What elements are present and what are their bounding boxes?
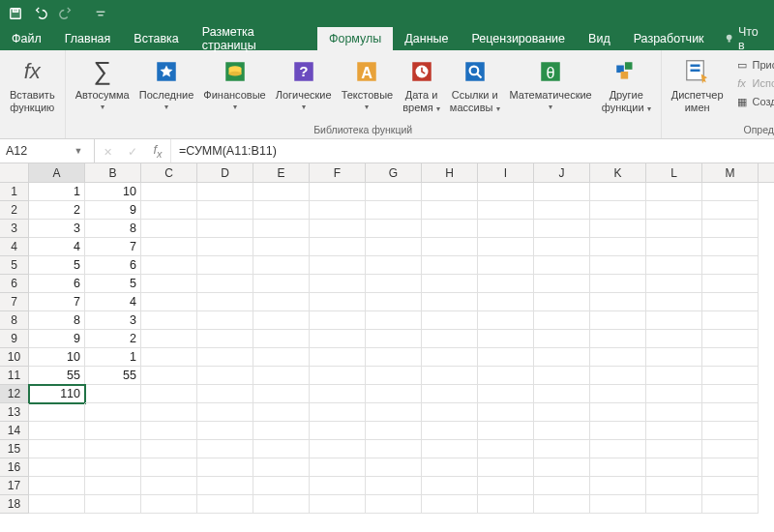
- column-header-E[interactable]: E: [253, 163, 310, 182]
- cell[interactable]: [366, 477, 422, 495]
- cell[interactable]: 2: [29, 201, 85, 220]
- text-functions-button[interactable]: A Текстовые▾: [338, 54, 398, 116]
- cell[interactable]: [422, 256, 478, 275]
- math-button[interactable]: θ Математические▾: [506, 54, 596, 116]
- cell[interactable]: [590, 330, 646, 348]
- cell[interactable]: [702, 422, 759, 440]
- cell[interactable]: [366, 367, 422, 385]
- cell[interactable]: 7: [29, 293, 85, 311]
- cell[interactable]: 5: [85, 275, 141, 293]
- cell[interactable]: 7: [85, 238, 141, 256]
- cell[interactable]: [197, 440, 253, 458]
- cell[interactable]: [702, 256, 759, 275]
- cell[interactable]: [366, 293, 422, 311]
- cell[interactable]: [478, 458, 534, 477]
- cell[interactable]: [534, 293, 590, 311]
- cell[interactable]: [590, 293, 646, 311]
- row-header[interactable]: 2: [0, 201, 29, 220]
- cell[interactable]: [590, 275, 646, 293]
- cell[interactable]: [422, 220, 478, 238]
- cell[interactable]: [478, 293, 534, 311]
- cell[interactable]: [702, 183, 759, 201]
- cell[interactable]: [702, 440, 759, 458]
- cell[interactable]: [534, 477, 590, 495]
- cell[interactable]: [310, 367, 366, 385]
- cell[interactable]: [366, 403, 422, 422]
- name-box[interactable]: ▼: [0, 139, 95, 163]
- column-header-F[interactable]: F: [310, 163, 366, 182]
- cell[interactable]: [366, 183, 422, 201]
- create-from-selection-button[interactable]: ▦Создать и: [733, 93, 774, 110]
- logical-button[interactable]: ? Логические▾: [272, 54, 336, 116]
- cell[interactable]: [85, 458, 141, 477]
- cell[interactable]: [534, 256, 590, 275]
- cell[interactable]: [310, 495, 366, 514]
- cell[interactable]: [422, 477, 478, 495]
- cell[interactable]: [85, 440, 141, 458]
- tab-developer[interactable]: Разработчик: [622, 27, 716, 50]
- cell[interactable]: [534, 330, 590, 348]
- cell[interactable]: [197, 183, 253, 201]
- cell[interactable]: [702, 477, 759, 495]
- cell[interactable]: [422, 293, 478, 311]
- cell[interactable]: [646, 458, 702, 477]
- cell[interactable]: [141, 256, 197, 275]
- cell[interactable]: [702, 403, 759, 422]
- column-header-J[interactable]: J: [534, 163, 590, 182]
- cell[interactable]: [141, 183, 197, 201]
- cell[interactable]: [646, 385, 702, 403]
- column-header-K[interactable]: K: [590, 163, 646, 182]
- cell[interactable]: [534, 385, 590, 403]
- column-header-G[interactable]: G: [366, 163, 422, 182]
- cell[interactable]: [422, 367, 478, 385]
- row-header[interactable]: 12: [0, 385, 29, 403]
- cell[interactable]: 2: [85, 330, 141, 348]
- cell[interactable]: [646, 275, 702, 293]
- cell[interactable]: 8: [29, 311, 85, 330]
- cell[interactable]: [702, 385, 759, 403]
- cell[interactable]: [141, 495, 197, 514]
- cell[interactable]: [197, 201, 253, 220]
- cell[interactable]: [590, 311, 646, 330]
- cell[interactable]: [141, 440, 197, 458]
- cell[interactable]: [646, 403, 702, 422]
- cell[interactable]: [366, 495, 422, 514]
- cell[interactable]: [534, 458, 590, 477]
- insert-function-button[interactable]: fx Вставитьфункцию: [6, 54, 59, 116]
- cell[interactable]: [590, 220, 646, 238]
- cell[interactable]: [534, 311, 590, 330]
- cell[interactable]: [590, 403, 646, 422]
- cell[interactable]: [29, 495, 85, 514]
- cell[interactable]: [646, 367, 702, 385]
- cell[interactable]: [478, 403, 534, 422]
- autosum-button[interactable]: ∑ Автосумма▾: [72, 54, 134, 116]
- cell[interactable]: [534, 403, 590, 422]
- cell[interactable]: [197, 330, 253, 348]
- cell[interactable]: [478, 348, 534, 367]
- cell[interactable]: [478, 201, 534, 220]
- cell[interactable]: [366, 458, 422, 477]
- cell[interactable]: [702, 238, 759, 256]
- cell[interactable]: 6: [85, 256, 141, 275]
- cell[interactable]: [141, 477, 197, 495]
- cell[interactable]: [310, 256, 366, 275]
- cell[interactable]: [646, 422, 702, 440]
- cell[interactable]: [478, 477, 534, 495]
- define-name-button[interactable]: ▭Присвоит: [733, 56, 774, 74]
- cell[interactable]: [141, 422, 197, 440]
- name-manager-button[interactable]: Диспетчеримен: [668, 54, 728, 116]
- cell[interactable]: [85, 495, 141, 514]
- cell[interactable]: [478, 495, 534, 514]
- cell[interactable]: [590, 477, 646, 495]
- cell[interactable]: [141, 311, 197, 330]
- cell[interactable]: [141, 403, 197, 422]
- tell-me[interactable]: Что в: [716, 27, 774, 50]
- cell[interactable]: [310, 330, 366, 348]
- cell[interactable]: [253, 348, 310, 367]
- tab-insert[interactable]: Вставка: [122, 27, 190, 50]
- cell[interactable]: [478, 183, 534, 201]
- fx-button[interactable]: fx: [145, 142, 170, 160]
- column-header-C[interactable]: C: [141, 163, 197, 182]
- cell[interactable]: [646, 256, 702, 275]
- cell[interactable]: [366, 385, 422, 403]
